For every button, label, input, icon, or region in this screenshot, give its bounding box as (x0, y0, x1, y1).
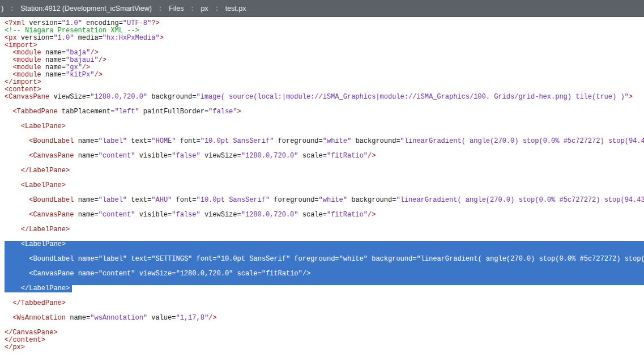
breadcrumb-items: :Station:4912 (Development_icSmartView):… (3, 5, 246, 12)
code-line-selected (5, 248, 644, 256)
code-line (5, 101, 644, 108)
code-line: <import> (5, 42, 644, 49)
code-line (5, 189, 644, 197)
code-line: <BoundLabel name="label" text="AHU" font… (5, 197, 644, 204)
code-line: <content> (5, 86, 644, 94)
selection-end: </LabelPane> (5, 285, 72, 292)
code-line: <CanvasPane name="content" visible="fals… (5, 152, 644, 160)
breadcrumb-item-1[interactable]: Files (169, 5, 184, 12)
code-line-selected (5, 263, 644, 270)
code-line-selected: <BoundLabel name="label" text="SETTINGS"… (5, 256, 644, 263)
xml-code: <?xml version="1.0" encoding="UTF-8"?><!… (5, 20, 644, 351)
code-line (5, 322, 644, 329)
code-line (5, 145, 644, 152)
code-line: </LabelPane> (5, 226, 644, 233)
code-line: <module name="baja"/> (5, 49, 644, 57)
code-line: </CanvasPane> (5, 329, 644, 337)
code-line: <px version="1.0" media="hx:HxPxMedia"> (5, 35, 644, 42)
code-line (5, 292, 644, 300)
code-line: </LabelPane> (5, 167, 644, 175)
code-line: <LabelPane> (5, 182, 644, 189)
breadcrumb: ) :Station:4912 (Development_icSmartView… (0, 0, 644, 17)
code-line: <module name="bajaui"/> (5, 57, 644, 64)
code-line (5, 130, 644, 138)
breadcrumb-item-3[interactable]: test.px (225, 5, 246, 12)
breadcrumb-separator-icon: : (159, 5, 161, 12)
code-line: <WsAnnotation name="wsAnnotation" value=… (5, 314, 644, 322)
code-line (5, 116, 644, 123)
code-line: <?xml version="1.0" encoding="UTF-8"?> (5, 20, 644, 27)
code-line: <BoundLabel name="label" text="HOME" fon… (5, 138, 644, 145)
code-line: </TabbedPane> (5, 300, 644, 307)
code-line (5, 204, 644, 211)
code-line-selected: <LabelPane> (5, 241, 644, 248)
code-line: </content> (5, 337, 644, 344)
code-line: </LabelPane> (5, 285, 644, 292)
breadcrumb-separator-icon: : (191, 5, 193, 12)
px-source-editor[interactable]: <?xml version="1.0" encoding="UTF-8"?><!… (0, 17, 644, 357)
code-line-selected: <CanvasPane name="content" viewSize="128… (5, 270, 644, 278)
code-line: </import> (5, 79, 644, 86)
breadcrumb-separator-icon: : (216, 5, 218, 12)
breadcrumb-separator-icon: : (11, 5, 13, 12)
breadcrumb-item-0[interactable]: Station:4912 (Development_icSmartView) (20, 5, 152, 12)
code-line: <module name="kitPx"/> (5, 71, 644, 79)
breadcrumb-item-2[interactable]: px (201, 5, 208, 12)
code-line (5, 175, 644, 182)
code-line: <module name="gx"/> (5, 64, 644, 71)
code-line: <CanvasPane viewSize="1280.0,720.0" back… (5, 94, 644, 101)
code-line: </px> (5, 344, 644, 351)
code-line (5, 233, 644, 241)
code-line (5, 160, 644, 167)
code-line: <LabelPane> (5, 123, 644, 130)
code-line: <CanvasPane name="content" visible="fals… (5, 211, 644, 219)
code-line: <TabbedPane tabPlacement="left" paintFul… (5, 108, 644, 116)
code-line: <!-- Niagara Presentation XML --> (5, 27, 644, 35)
code-line (5, 307, 644, 314)
code-line (5, 219, 644, 226)
code-line-selected (5, 278, 644, 285)
